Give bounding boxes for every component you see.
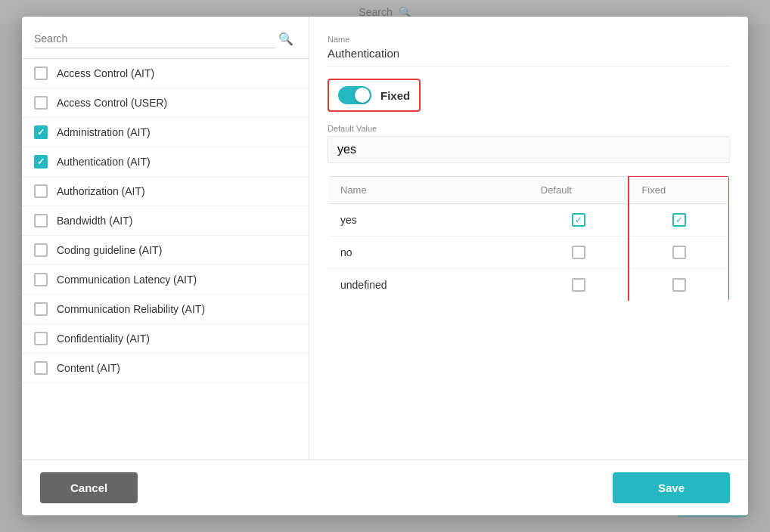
fixed-checkbox[interactable] xyxy=(672,213,686,227)
modal-footer: Cancel Save xyxy=(22,459,748,515)
td-default xyxy=(529,204,629,237)
default-value-section: yes xyxy=(328,136,730,163)
default-checkbox[interactable] xyxy=(572,213,585,227)
td-default xyxy=(529,237,629,269)
toggle-knob xyxy=(355,88,370,103)
table-row: no xyxy=(328,237,730,269)
list-item[interactable]: Confidentiality (AIT) xyxy=(22,324,309,354)
td-fixed xyxy=(629,204,729,237)
list-checkbox-access-control-ait[interactable] xyxy=(34,66,48,80)
list-checkbox-confidentiality-ait[interactable] xyxy=(34,332,48,345)
td-fixed xyxy=(629,237,729,269)
list-checkbox-communication-reliability-ait[interactable] xyxy=(34,302,48,316)
list-item[interactable]: Communication Latency (AIT) xyxy=(22,265,309,295)
th-name: Name xyxy=(328,176,529,204)
list-item[interactable]: Authentication (AIT) xyxy=(22,147,309,177)
list-item-label: Authorization (AIT) xyxy=(57,185,145,197)
name-label: Name xyxy=(328,35,730,44)
modal-overlay: 🔍 Access Control (AIT)Access Control (US… xyxy=(0,0,770,532)
list-checkbox-access-control-user[interactable] xyxy=(34,96,48,110)
search-input[interactable] xyxy=(34,29,275,48)
save-button[interactable]: Save xyxy=(613,472,730,503)
right-panel: Name Authentication Fixed Default Value … xyxy=(309,17,748,459)
list-checkbox-authorization-ait[interactable] xyxy=(34,184,48,198)
th-default: Default xyxy=(529,176,629,204)
default-value-group: Default Value yes xyxy=(328,124,730,163)
fixed-label: Fixed xyxy=(380,89,410,102)
list-item-label: Content (AIT) xyxy=(57,362,120,374)
list-item[interactable]: Administration (AIT) xyxy=(22,118,309,147)
table-row: undefined xyxy=(328,269,730,302)
list-item-label: Coding guideline (AIT) xyxy=(57,244,162,256)
list-item[interactable]: Authorization (AIT) xyxy=(22,177,309,206)
modal-body: 🔍 Access Control (AIT)Access Control (US… xyxy=(22,17,748,459)
td-name: undefined xyxy=(328,269,529,302)
list-item-label: Administration (AIT) xyxy=(57,126,151,138)
list-checkbox-bandwidth-ait[interactable] xyxy=(34,214,48,227)
list-item[interactable]: Access Control (USER) xyxy=(22,88,309,118)
list-item-label: Confidentiality (AIT) xyxy=(57,332,150,345)
left-panel: 🔍 Access Control (AIT)Access Control (US… xyxy=(22,17,309,459)
search-container: 🔍 xyxy=(22,17,309,59)
modal-dialog: 🔍 Access Control (AIT)Access Control (US… xyxy=(22,17,748,515)
list-item[interactable]: Coding guideline (AIT) xyxy=(22,236,309,265)
default-value-label: Default Value xyxy=(328,124,730,133)
name-field-group: Name Authentication xyxy=(328,35,730,66)
cancel-button[interactable]: Cancel xyxy=(40,472,138,503)
default-checkbox[interactable] xyxy=(572,246,585,259)
options-table: Name Default Fixed yes no u xyxy=(328,175,730,302)
fixed-toggle-switch[interactable] xyxy=(338,86,371,104)
th-fixed: Fixed xyxy=(629,176,729,204)
list-item-label: Access Control (USER) xyxy=(57,97,167,109)
list-item-label: Authentication (AIT) xyxy=(57,156,151,168)
default-checkbox[interactable] xyxy=(572,278,585,292)
list-container: Access Control (AIT)Access Control (USER… xyxy=(22,59,309,459)
list-item-label: Communication Latency (AIT) xyxy=(57,274,197,286)
list-checkbox-content-ait[interactable] xyxy=(34,361,48,375)
list-item-label: Communication Reliability (AIT) xyxy=(57,303,205,315)
fixed-checkbox[interactable] xyxy=(672,278,686,292)
list-item[interactable]: Access Control (AIT) xyxy=(22,59,309,88)
td-name: no xyxy=(328,237,529,269)
name-value: Authentication xyxy=(328,47,730,66)
td-name: yes xyxy=(328,204,529,237)
list-item-label: Bandwidth (AIT) xyxy=(57,215,132,227)
list-checkbox-communication-latency-ait[interactable] xyxy=(34,273,48,286)
fixed-checkbox[interactable] xyxy=(672,246,686,259)
default-value: yes xyxy=(337,143,356,156)
fixed-toggle-row: Fixed xyxy=(328,79,421,112)
search-button[interactable]: 🔍 xyxy=(275,29,297,49)
list-checkbox-authentication-ait[interactable] xyxy=(34,155,48,169)
list-item[interactable]: Bandwidth (AIT) xyxy=(22,206,309,236)
list-item-label: Access Control (AIT) xyxy=(57,67,154,79)
list-checkbox-administration-ait[interactable] xyxy=(34,125,48,139)
list-checkbox-coding-guideline-ait[interactable] xyxy=(34,243,48,257)
td-fixed xyxy=(629,269,729,302)
list-item[interactable]: Communication Reliability (AIT) xyxy=(22,295,309,324)
td-default xyxy=(529,269,629,302)
list-item[interactable]: Content (AIT) xyxy=(22,354,309,383)
table-row: yes xyxy=(328,204,730,237)
